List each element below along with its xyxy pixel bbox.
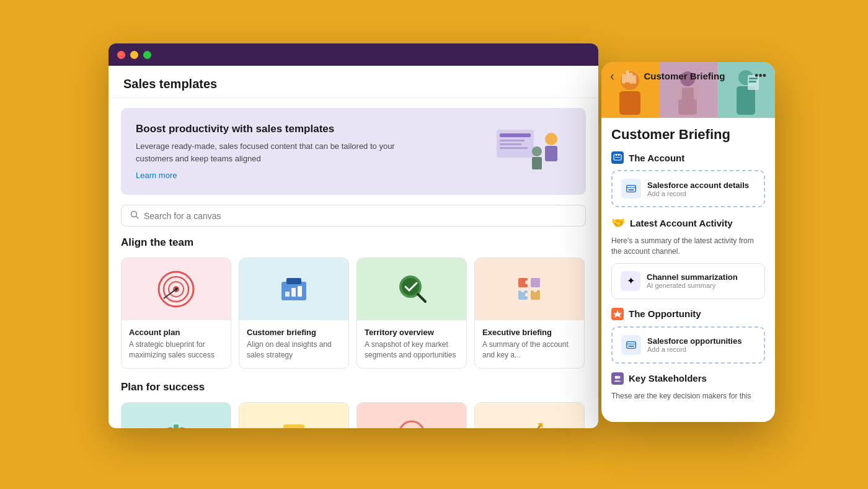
channel-text: Channel summarization AI generated summa… bbox=[647, 272, 738, 289]
svg-point-30 bbox=[525, 293, 529, 297]
svg-point-32 bbox=[533, 289, 537, 292]
svg-rect-26 bbox=[531, 278, 540, 287]
stakeholders-icon bbox=[611, 372, 624, 385]
card-desc-territory: A snapshot of key market segments and op… bbox=[365, 339, 459, 361]
svg-point-35 bbox=[161, 425, 175, 428]
svg-point-5 bbox=[545, 133, 557, 145]
svg-rect-1 bbox=[500, 133, 531, 137]
panel-body: Customer Briefing The Account bbox=[601, 118, 775, 422]
svg-point-23 bbox=[402, 278, 419, 295]
plan-card-1[interactable] bbox=[121, 402, 231, 428]
search-icon bbox=[130, 210, 139, 221]
svg-rect-59 bbox=[737, 86, 755, 115]
template-card-executive[interactable]: Executive briefing A summary of the acco… bbox=[474, 258, 585, 369]
svg-rect-19 bbox=[285, 292, 290, 297]
plan-card-image-2 bbox=[239, 403, 348, 428]
svg-rect-73 bbox=[629, 345, 634, 346]
salesforce-opp-title: Salesforce opportunities bbox=[647, 336, 742, 346]
hero-illustration bbox=[490, 123, 571, 179]
panel-header-title: Customer Briefing bbox=[644, 71, 725, 81]
hero-text: Boost productivity with sales templates … bbox=[136, 123, 396, 180]
plan-card-image-3 bbox=[357, 403, 466, 428]
template-card-customer-briefing[interactable]: Customer briefing Align on deal insights… bbox=[239, 258, 349, 369]
card-body-territory: Territory overview A snapshot of key mar… bbox=[357, 320, 466, 368]
card-body-executive: Executive briefing A summary of the acco… bbox=[475, 320, 584, 368]
the-account-section-header: The Account bbox=[611, 151, 765, 164]
close-button[interactable] bbox=[117, 51, 125, 59]
panel-more-button[interactable]: ••• bbox=[755, 70, 766, 83]
svg-point-36 bbox=[177, 425, 191, 428]
align-section-heading: Align the team bbox=[108, 236, 598, 249]
svg-rect-67 bbox=[627, 186, 636, 192]
card-body-customer-briefing: Customer briefing Align on deal insights… bbox=[239, 320, 348, 368]
panel-back-button[interactable]: ‹ bbox=[610, 69, 614, 83]
the-account-icon bbox=[611, 151, 624, 164]
card-desc-account-plan: A strategic blueprint for maximizing sal… bbox=[129, 339, 223, 361]
svg-line-15 bbox=[164, 289, 176, 298]
opportunity-icon bbox=[611, 308, 624, 320]
latest-activity-header: 🤝 Latest Account Activity bbox=[611, 216, 765, 230]
channel-summarization-card[interactable]: ✦ Channel summarization AI generated sum… bbox=[611, 263, 765, 299]
card-image-account-plan bbox=[122, 258, 231, 320]
svg-rect-20 bbox=[291, 288, 296, 297]
opportunity-section: The Opportunity Salesforce opportunities… bbox=[611, 308, 765, 364]
minimize-button[interactable] bbox=[130, 51, 138, 59]
window-content: Sales templates Boost productivity with … bbox=[108, 66, 598, 428]
svg-rect-4 bbox=[500, 147, 528, 149]
svg-rect-21 bbox=[298, 286, 302, 297]
card-image-executive bbox=[475, 258, 584, 320]
card-image-customer-briefing bbox=[239, 258, 348, 320]
salesforce-account-icon bbox=[621, 179, 641, 199]
svg-point-7 bbox=[532, 146, 542, 156]
plan-cards-grid bbox=[108, 402, 598, 428]
maximize-button[interactable] bbox=[143, 51, 151, 59]
search-input[interactable] bbox=[144, 211, 577, 221]
opportunity-title: The Opportunity bbox=[629, 308, 701, 319]
card-title-territory: Territory overview bbox=[365, 328, 459, 337]
svg-point-31 bbox=[521, 289, 525, 292]
salesforce-opp-icon bbox=[621, 335, 641, 355]
svg-rect-2 bbox=[500, 140, 525, 141]
card-desc-executive: A summary of the account and key a... bbox=[482, 339, 577, 361]
salesforce-account-card[interactable]: Salesforce account details Add a record bbox=[611, 170, 765, 207]
channel-title: Channel summarization bbox=[647, 272, 738, 282]
svg-rect-3 bbox=[500, 143, 521, 145]
template-card-account-plan[interactable]: Account plan A strategic blueprint for m… bbox=[121, 258, 231, 369]
card-body-account-plan: Account plan A strategic blueprint for m… bbox=[122, 320, 231, 368]
svg-rect-71 bbox=[627, 341, 636, 348]
template-card-territory[interactable]: Territory overview A snapshot of key mar… bbox=[356, 258, 467, 369]
svg-rect-66 bbox=[615, 157, 620, 158]
svg-line-10 bbox=[136, 217, 139, 219]
svg-marker-70 bbox=[613, 310, 622, 318]
learn-more-link[interactable]: Learn more bbox=[136, 171, 396, 180]
latest-activity-title: Latest Account Activity bbox=[630, 218, 733, 228]
svg-rect-6 bbox=[545, 146, 557, 161]
channel-icon: ✦ bbox=[621, 271, 640, 291]
opportunity-section-header: The Opportunity bbox=[611, 308, 765, 320]
search-bar[interactable] bbox=[121, 205, 586, 227]
panel-header-wrapper: ‹ Customer Briefing ••• bbox=[601, 62, 775, 118]
card-desc-customer-briefing: Align on deal insights and sales strateg… bbox=[247, 339, 341, 361]
latest-activity-section: 🤝 Latest Account Activity Here's a summa… bbox=[611, 216, 765, 299]
salesforce-opp-text: Salesforce opportunities Add a record bbox=[647, 336, 742, 353]
svg-point-29 bbox=[525, 280, 529, 284]
card-title-customer-briefing: Customer briefing bbox=[247, 328, 341, 337]
window-titlebar bbox=[108, 43, 598, 66]
handshake-icon: 🤝 bbox=[611, 216, 625, 230]
salesforce-opportunities-card[interactable]: Salesforce opportunities Add a record bbox=[611, 326, 765, 364]
key-stakeholders-title: Key Stakeholders bbox=[629, 373, 707, 384]
card-title-account-plan: Account plan bbox=[129, 328, 223, 337]
plan-card-3[interactable] bbox=[356, 402, 467, 428]
window-title: Sales templates bbox=[123, 77, 217, 91]
card-title-executive: Executive briefing bbox=[482, 328, 577, 337]
plan-card-image-4 bbox=[475, 403, 584, 428]
plan-card-4[interactable] bbox=[474, 402, 585, 428]
latest-activity-desc: Here's a summary of the latest activity … bbox=[611, 236, 765, 257]
salesforce-account-sub: Add a record bbox=[647, 190, 749, 197]
svg-rect-8 bbox=[532, 157, 542, 169]
salesforce-opp-sub: Add a record bbox=[647, 346, 742, 353]
svg-rect-65 bbox=[618, 154, 619, 156]
hero-banner: Boost productivity with sales templates … bbox=[121, 108, 586, 195]
plan-card-2[interactable] bbox=[239, 402, 349, 428]
salesforce-account-text: Salesforce account details Add a record bbox=[647, 181, 749, 197]
